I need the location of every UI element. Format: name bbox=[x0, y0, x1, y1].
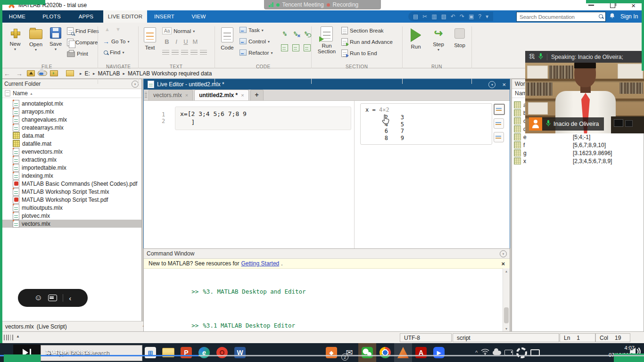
compare-button[interactable]: Compare bbox=[67, 39, 98, 46]
player-progress-remaining[interactable] bbox=[198, 355, 644, 356]
align-right-icon[interactable] bbox=[200, 50, 207, 55]
notifications-bell-icon[interactable] bbox=[609, 12, 615, 21]
ribbon-tab[interactable]: HOME bbox=[0, 10, 34, 23]
app-word[interactable]: W bbox=[231, 343, 249, 362]
app-orange[interactable]: ◆ bbox=[322, 343, 340, 362]
file-row[interactable]: datafile.mat bbox=[1, 140, 141, 148]
app-file-explorer[interactable] bbox=[159, 343, 177, 362]
cut-icon[interactable]: ✂ bbox=[422, 12, 427, 21]
find-files-button[interactable]: Find Files bbox=[67, 27, 99, 35]
code-block[interactable]: x=[2 3;4 5;6 7;8 9 ] bbox=[175, 107, 351, 130]
ribbon-tab[interactable]: APPS bbox=[69, 10, 103, 23]
stop-button[interactable]: Stop bbox=[450, 28, 469, 48]
step-button[interactable]: ↪ Step ▾ bbox=[429, 28, 448, 52]
file-row[interactable]: arrayops.mlx bbox=[1, 107, 141, 115]
redo-icon[interactable]: ↷ bbox=[460, 12, 464, 21]
uncomment-icon[interactable]: % bbox=[291, 30, 300, 37]
search-documentation-input[interactable] bbox=[517, 13, 594, 21]
run-and-advance-button[interactable]: Run and Advance bbox=[341, 38, 393, 46]
tab-close-icon[interactable]: × bbox=[241, 90, 244, 100]
file-row[interactable]: MATLAB Basic Commands (Sheet Codes).pdf bbox=[1, 180, 141, 188]
onedrive-cloud-icon[interactable] bbox=[493, 351, 501, 355]
sign-in-link[interactable]: Sign In bbox=[620, 10, 638, 23]
player-settings-gear-icon[interactable] bbox=[516, 347, 527, 358]
code-button[interactable]: Code bbox=[219, 27, 236, 50]
browse-folder-icon[interactable] bbox=[38, 71, 47, 76]
indent-left-icon[interactable] bbox=[304, 44, 311, 51]
app-chrome[interactable] bbox=[376, 343, 394, 362]
app-acrobat[interactable]: A bbox=[412, 343, 430, 362]
wrap-comments-icon[interactable]: % bbox=[302, 30, 311, 37]
workspace-variable-row[interactable]: g [3.1623,9.8696] bbox=[512, 149, 644, 157]
app-mail[interactable]: ✉ 2 bbox=[340, 343, 358, 362]
task-dropdown[interactable]: Task ▾ bbox=[239, 27, 264, 33]
layout-icon[interactable]: ▣ bbox=[469, 12, 474, 21]
goto-button[interactable]: → Go To ▾ bbox=[103, 38, 130, 45]
file-row[interactable]: MATLAB Workshop Script Test.mlx bbox=[1, 188, 141, 196]
search-icon[interactable] bbox=[599, 14, 603, 18]
app-matlab[interactable] bbox=[394, 343, 412, 362]
name-column-header[interactable]: Name ▲ bbox=[1, 89, 141, 98]
recent-folder-icon[interactable] bbox=[50, 70, 58, 76]
file-row[interactable]: annotateplot.mlx bbox=[1, 99, 141, 107]
editor-close-button[interactable]: × bbox=[502, 81, 506, 88]
tab-close-icon[interactable]: × bbox=[185, 90, 188, 100]
output-inline-toggle[interactable] bbox=[494, 104, 505, 115]
file-row[interactable]: evenvectors.mlx bbox=[1, 148, 141, 156]
command-window-menu-button[interactable]: ▾ bbox=[500, 250, 507, 257]
scrollbar-thumb[interactable] bbox=[504, 307, 509, 323]
paste-icon[interactable]: ▧ bbox=[441, 12, 446, 21]
italic-button[interactable]: I bbox=[172, 38, 181, 45]
output-right-toggle[interactable] bbox=[494, 118, 504, 129]
new-button[interactable]: New ▾ bbox=[6, 27, 25, 51]
run-button[interactable]: Run bbox=[406, 28, 425, 49]
go-up-icon[interactable]: ▲ bbox=[105, 26, 110, 32]
file-row[interactable]: vectors.mlx bbox=[1, 220, 141, 228]
app-wechat[interactable] bbox=[358, 343, 376, 362]
control-dropdown[interactable]: Control ▾ bbox=[239, 38, 270, 44]
document-tab[interactable]: untitled2.mlx * × bbox=[194, 90, 248, 100]
file-row[interactable]: extracting.mlx bbox=[1, 156, 141, 164]
ribbon-tab[interactable]: LIVE EDITOR bbox=[103, 10, 147, 23]
file-row[interactable]: data.mat bbox=[1, 132, 141, 140]
back-icon[interactable]: ← bbox=[4, 70, 10, 77]
banner-close-button[interactable]: × bbox=[501, 260, 505, 267]
scroll-up-icon[interactable]: ▴ bbox=[503, 269, 510, 273]
bold-button[interactable]: B bbox=[162, 38, 172, 45]
scroll-down-icon[interactable]: ▾ bbox=[503, 327, 510, 331]
up-folder-icon[interactable] bbox=[27, 70, 35, 76]
console[interactable]: >>%3. MATLAB Desktop and Editor >>%3.1 M… bbox=[144, 268, 503, 332]
app-opera[interactable]: O bbox=[213, 343, 231, 362]
numbered-list-icon[interactable] bbox=[172, 50, 179, 55]
copy-icon[interactable]: ▥ bbox=[431, 12, 437, 21]
run-to-end-button[interactable]: Run to End bbox=[341, 49, 377, 57]
file-row[interactable]: MATLAB Workshop Script Test.pdf bbox=[1, 196, 141, 204]
print-button[interactable]: Print bbox=[67, 50, 88, 57]
smart-indent-icon[interactable] bbox=[281, 44, 288, 51]
ribbon-tab[interactable]: VIEW bbox=[182, 10, 216, 23]
chat-icon[interactable] bbox=[48, 295, 57, 301]
panel-menu-button[interactable]: ▾ bbox=[132, 81, 139, 88]
new-tab-button[interactable]: + bbox=[250, 90, 264, 100]
find-button[interactable]: Find ▾ bbox=[104, 49, 124, 55]
underline-button[interactable]: U bbox=[181, 38, 190, 45]
getting-started-link[interactable]: Getting Started bbox=[241, 260, 280, 267]
app-powerpoint[interactable]: P bbox=[177, 343, 195, 362]
app-tencent-meeting[interactable]: ▶ bbox=[430, 343, 448, 362]
workspace-variable-row[interactable]: e [5;4;-1] bbox=[512, 133, 644, 141]
file-row[interactable]: multioutputs.mlx bbox=[1, 204, 141, 212]
ribbon-tab[interactable]: INSERT bbox=[147, 10, 182, 23]
app-store[interactable]: ⊞ bbox=[141, 343, 159, 362]
document-tab[interactable]: vectors.mlx × bbox=[149, 90, 193, 100]
open-button[interactable]: Open ▾ bbox=[26, 27, 45, 52]
editor-content[interactable]: 12 x=[2 3;4 5;6 7;8 9 ] x = 4×2 2 3 bbox=[144, 101, 510, 249]
file-row[interactable]: createarrays.mlx bbox=[1, 123, 141, 132]
breadcrumb[interactable]: ▸ E: ▸ MATLAB ▸ MATLAB Worksh​op require… bbox=[77, 70, 212, 77]
navigate-arrows[interactable]: ▲ ▼ bbox=[105, 26, 121, 32]
comment-icon[interactable]: % bbox=[280, 30, 289, 37]
ribbon-tab[interactable]: PLOTS bbox=[34, 10, 69, 23]
file-row[interactable]: changevalues.mlx bbox=[1, 115, 141, 123]
workspace-variable-row[interactable]: f [5,6,7;8,9,10] bbox=[512, 141, 644, 149]
save-icon[interactable]: ▤ bbox=[413, 12, 418, 21]
reaction-smiley-icon[interactable]: ☺ bbox=[34, 293, 42, 303]
